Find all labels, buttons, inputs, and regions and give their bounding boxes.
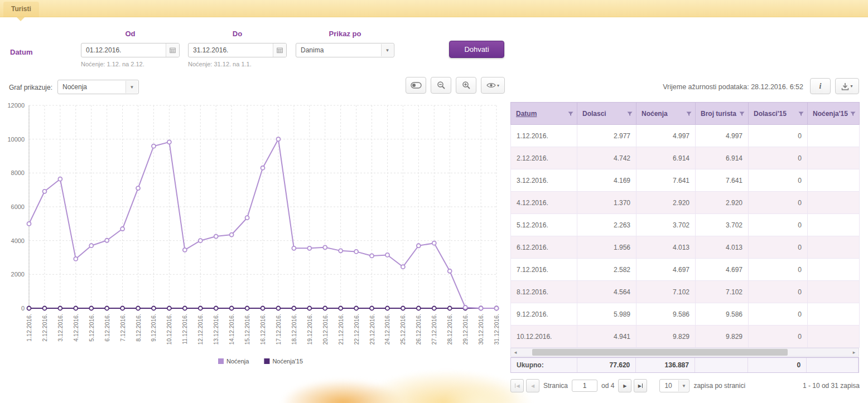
x-tick-label: 3.12.2016.	[57, 314, 64, 342]
decor-glow-yellow	[360, 370, 533, 403]
data-point	[432, 241, 436, 245]
dropdown-arrow-icon[interactable]: ▼	[678, 380, 688, 391]
data-point	[276, 137, 280, 141]
decor-glow-orange	[282, 380, 404, 403]
pager: ◀ ◀ Stranica od 4 ▶ ▶ 10 ▼ zapisa po str…	[510, 377, 860, 394]
date-from-calendar-button[interactable]	[166, 43, 179, 57]
data-point	[230, 233, 234, 237]
dohvati-button[interactable]: Dohvati	[449, 41, 504, 58]
total-cell	[695, 358, 748, 372]
data-point	[292, 246, 296, 250]
chevron-down-icon: ▾	[497, 83, 499, 88]
data-point	[479, 307, 483, 310]
cell-value	[808, 147, 860, 169]
data-point	[74, 257, 78, 261]
table-horizontal-scrollbar[interactable]: ◂ ▸	[510, 348, 859, 357]
tab-bar: Turisti	[0, 0, 868, 17]
totals-label: Ukupno:	[511, 358, 577, 372]
scroll-left-icon[interactable]: ◂	[511, 348, 520, 356]
x-tick-label: 12.12.2016.	[197, 314, 204, 344]
filter-icon[interactable]	[567, 110, 574, 117]
table-row: 3.12.2016.4.1697.6417.6410	[511, 169, 860, 192]
filter-icon[interactable]	[850, 110, 856, 117]
zoom-in-button[interactable]	[456, 77, 476, 94]
filter-icon[interactable]	[626, 110, 633, 117]
x-tick-label: 25.12.2016.	[399, 314, 406, 344]
page-size-select[interactable]: 10 ▼	[659, 379, 689, 392]
total-cell: 77.620	[577, 358, 636, 372]
prikaz-po-value: Danima	[301, 46, 324, 54]
data-point	[323, 245, 327, 249]
series-visibility-button[interactable]: ▾	[481, 77, 505, 94]
column-header-3[interactable]: Broj turista	[696, 103, 749, 125]
y-tick-label: 8000	[11, 169, 25, 176]
prikaz-po-label: Prikaz po	[296, 30, 394, 38]
column-header-1[interactable]: Dolasci	[577, 103, 636, 125]
cell-value: 0	[749, 192, 808, 214]
od-label: Od	[81, 30, 180, 38]
cell-datum: 1.12.2016.	[511, 125, 577, 147]
table-row: 2.12.2016.4.7426.9146.9140	[511, 147, 860, 169]
data-point	[245, 307, 249, 310]
cell-value: 4.742	[577, 147, 636, 169]
legend-item[interactable]: Noćenja'15	[272, 358, 303, 365]
cell-value: 2.263	[577, 214, 636, 236]
x-tick-label: 29.12.2016.	[462, 314, 469, 344]
data-point	[152, 144, 156, 148]
dropdown-arrow-icon[interactable]: ▼	[126, 81, 138, 93]
cell-value: 0	[749, 169, 808, 192]
scroll-right-icon[interactable]: ▸	[850, 348, 859, 356]
x-tick-label: 8.12.2016.	[135, 314, 142, 342]
cell-value	[808, 214, 860, 236]
date-to-calendar-button[interactable]	[273, 43, 286, 57]
first-page-button[interactable]: ◀	[510, 379, 524, 392]
data-point	[307, 246, 311, 250]
x-tick-label: 27.12.2016.	[431, 314, 437, 344]
data-point	[89, 307, 93, 310]
previous-page-button[interactable]: ◀	[526, 379, 539, 392]
table-row: 9.12.2016.5.9899.5869.5860	[511, 303, 860, 326]
legend-swatch[interactable]	[264, 358, 269, 364]
column-header-5[interactable]: Noćenja'15	[808, 103, 860, 125]
data-point	[199, 307, 202, 310]
export-button[interactable]: ▾	[835, 78, 859, 94]
cell-datum: 5.12.2016.	[511, 214, 577, 236]
cell-datum: 6.12.2016.	[511, 236, 577, 259]
cell-value: 6.914	[696, 147, 749, 169]
dropdown-arrow-icon[interactable]: ▼	[381, 44, 393, 56]
zoom-out-icon	[437, 81, 446, 90]
chart-toggle-button[interactable]	[406, 77, 426, 94]
page-size-label: zapisa po stranici	[693, 382, 745, 390]
filter-icon[interactable]	[739, 110, 745, 117]
prikaz-po-select[interactable]: Danima ▼	[296, 43, 394, 57]
first-page-icon: ◀	[516, 383, 519, 389]
column-header-4[interactable]: Dolasci'15	[749, 103, 808, 125]
cell-value: 2.920	[636, 192, 696, 214]
filter-icon[interactable]	[798, 110, 804, 117]
filter-icon[interactable]	[686, 110, 692, 117]
x-tick-label: 21.12.2016.	[337, 314, 344, 344]
results-table: DatumDolasciNoćenjaBroj turistaDolasci'1…	[510, 102, 860, 348]
decor-glow-pale	[443, 382, 522, 403]
total-cell: 136.887	[636, 358, 695, 372]
data-point	[354, 250, 358, 254]
legend-item[interactable]: Noćenja	[226, 358, 249, 365]
next-page-button[interactable]: ▶	[618, 379, 631, 392]
column-header-0[interactable]: Datum	[511, 103, 577, 125]
data-point	[167, 307, 171, 310]
date-from-input[interactable]	[81, 43, 180, 57]
legend-swatch[interactable]	[218, 358, 224, 364]
cell-value	[808, 125, 860, 147]
graf-prikazuje-select[interactable]: Noćenja ▼	[57, 80, 139, 94]
scrollbar-thumb[interactable]	[532, 349, 788, 356]
last-page-button[interactable]: ▶	[634, 379, 647, 392]
zoom-out-button[interactable]	[431, 77, 451, 94]
tab-turisti[interactable]: Turisti	[3, 2, 39, 17]
data-point	[199, 239, 202, 242]
column-header-2[interactable]: Noćenja	[636, 103, 696, 125]
date-to-input[interactable]	[188, 43, 287, 57]
page-number-input[interactable]	[572, 380, 597, 392]
info-button[interactable]: i	[810, 78, 831, 94]
x-tick-label: 30.12.2016.	[478, 314, 484, 344]
calendar-icon	[170, 46, 176, 54]
